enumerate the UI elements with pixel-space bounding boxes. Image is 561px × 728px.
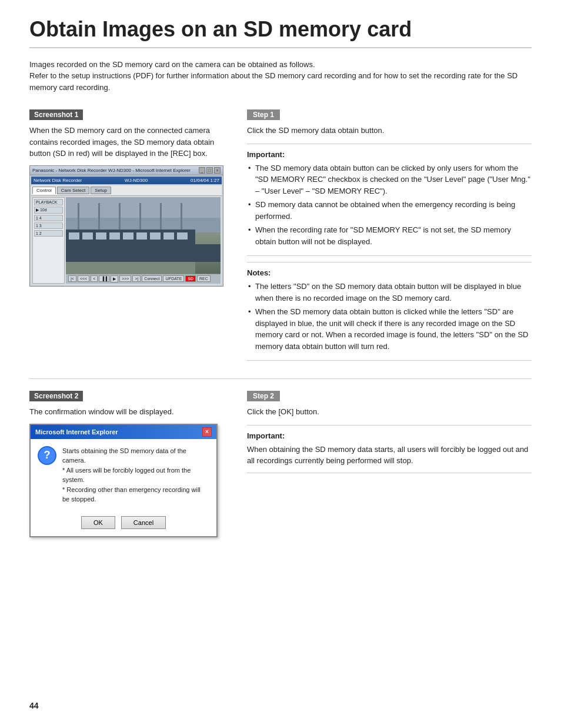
dialog-question-icon: ? (38, 446, 56, 465)
svg-rect-12 (109, 232, 120, 240)
step1-important-box: Important: The SD memory data obtain but… (247, 144, 532, 257)
ctrl-play[interactable]: ▶ (111, 275, 118, 282)
step1-notes-box: Notes: The letters "SD" on the SD memory… (247, 262, 532, 361)
intro-text: Images recorded on the SD memory card on… (29, 59, 532, 94)
step2-important-text: When obtaining the SD memory data starts… (247, 444, 532, 467)
timestamp: 01/04/04 1:27 (191, 178, 219, 183)
step2-label: Step 2 (247, 391, 280, 401)
sidebar-item-3: 1 3 (34, 222, 63, 229)
step2-important-title: Important: (247, 431, 532, 440)
maximize-btn[interactable]: □ (206, 167, 213, 174)
intro-line1: Images recorded on the SD memory card on… (29, 59, 532, 71)
step2-important-box: Important: When obtaining the SD memory … (247, 425, 532, 473)
ctrl-pause[interactable]: ▐▐ (99, 275, 109, 282)
ctrl-connect[interactable]: Connect (142, 275, 162, 282)
important-item-1: The SD memory data obtain button can be … (247, 162, 532, 197)
sidebar-item-4: 1 2 (34, 230, 63, 237)
dialog-titlebar: Microsoft Internet Explorer × (31, 425, 216, 439)
step1-important-list: The SD memory data obtain button can be … (247, 162, 532, 248)
browser-window: Panasonic - Network Disk Recorder WJ-ND3… (29, 165, 223, 287)
svg-rect-18 (66, 256, 195, 274)
screenshot1-description: When the SD memory card on the connected… (29, 125, 229, 159)
app-header: Network Disk Recorder WJ-ND300 01/04/04 … (31, 177, 222, 184)
step1-right: Step 1 Click the SD memory data obtain b… (247, 109, 532, 361)
screenshot2-label: Screenshot 2 (29, 391, 83, 401)
svg-rect-10 (82, 232, 93, 240)
svg-rect-19 (66, 256, 195, 258)
ctrl-rew[interactable]: < (91, 275, 98, 282)
important-item-2: SD memory data cannot be obtained when t… (247, 199, 532, 222)
ctrl-sd-button[interactable]: SD (185, 275, 196, 282)
note-item-1: The letters "SD" on the SD memory data o… (247, 281, 532, 304)
intro-line2: Refer to the setup instructions (PDF) fo… (29, 70, 532, 93)
step1-important-title: Important: (247, 150, 532, 159)
dialog-body: ? Starts obtaining the SD memory data of… (31, 439, 216, 511)
screenshot2-description: The confirmation window will be displaye… (29, 406, 229, 418)
svg-rect-9 (69, 232, 79, 240)
browser-close-buttons: _ □ × (199, 167, 221, 174)
screenshot1-section: Screenshot 1 When the SD memory card on … (29, 109, 532, 361)
dialog-line1: Starts obtaining the SD memory data of t… (62, 446, 209, 466)
train-scene-image (66, 197, 221, 274)
dialog-ok-button[interactable]: OK (81, 516, 115, 529)
minimize-btn[interactable]: _ (199, 167, 205, 174)
ctrl-skip-start[interactable]: |< (68, 275, 76, 282)
ctrl-update[interactable]: UPDATE (163, 275, 184, 282)
step1-notes-list: The letters "SD" on the SD memory data o… (247, 281, 532, 352)
app-content: PLAYBACK ▶ 10d 1 4 1 3 1 2 (31, 196, 222, 285)
sidebar: PLAYBACK ▶ 10d 1 4 1 3 1 2 (32, 197, 65, 284)
nav-tab-control[interactable]: Control (32, 187, 56, 194)
main-view: |< <<< < ▐▐ ▶ >>> >| Connect UPDATE SD R… (66, 197, 221, 284)
browser-titlebar: Panasonic - Network Disk Recorder WJ-ND3… (30, 166, 223, 175)
dialog-title-text: Microsoft Internet Explorer (35, 428, 118, 436)
train-scene-svg (66, 197, 221, 274)
browser-title-text: Panasonic - Network Disk Recorder WJ-ND3… (32, 168, 191, 173)
ctrl-rew-fast[interactable]: <<< (78, 275, 89, 282)
ctrl-ff[interactable]: >>> (119, 275, 131, 282)
ctrl-rec[interactable]: REC (197, 275, 211, 282)
browser-body: Network Disk Recorder WJ-ND300 01/04/04 … (30, 175, 223, 286)
dialog-cancel-button[interactable]: Cancel (121, 516, 166, 529)
dialog-line2: * All users will be forcibly logged out … (62, 466, 209, 485)
app-title: Network Disk Recorder (34, 178, 82, 183)
dialog-buttons: OK Cancel (31, 511, 216, 536)
section-divider (29, 378, 532, 379)
svg-rect-17 (177, 232, 188, 240)
controls-bar: |< <<< < ▐▐ ▶ >>> >| Connect UPDATE SD R… (66, 274, 221, 284)
step2-right: Step 2 Click the [OK] button. Important:… (247, 391, 532, 473)
screenshot2-section: Screenshot 2 The confirmation window wil… (29, 391, 532, 537)
svg-rect-11 (96, 232, 106, 240)
dialog-message: Starts obtaining the SD memory data of t… (62, 446, 209, 504)
nav-tab-setup[interactable]: Setup (91, 187, 111, 194)
svg-rect-14 (136, 232, 147, 240)
screenshot1-left: Screenshot 1 When the SD memory card on … (29, 109, 229, 287)
note-item-2: When the SD memory data obtain button is… (247, 306, 532, 352)
svg-rect-1 (66, 197, 221, 218)
svg-rect-15 (150, 232, 161, 240)
step1-label: Step 1 (247, 109, 280, 120)
screenshot2-left: Screenshot 2 The confirmation window wil… (29, 391, 229, 537)
svg-rect-13 (123, 232, 133, 240)
page-number: 44 (29, 701, 39, 710)
step1-notes-title: Notes: (247, 268, 532, 277)
app-model: WJ-ND300 (125, 178, 148, 183)
sidebar-item-2: 1 4 (34, 215, 63, 221)
page-title: Obtain Images on an SD memory card (29, 18, 532, 48)
nav-tab-camselect[interactable]: Cam Select (57, 187, 89, 194)
sidebar-item-1: ▶ 10d (34, 207, 63, 214)
step2-text: Click the [OK] button. (247, 406, 532, 418)
step1-text: Click the SD memory data obtain button. (247, 125, 532, 137)
sidebar-playback: PLAYBACK (34, 199, 63, 205)
important-item-3: When the recording rate for "SD MEMORY R… (247, 224, 532, 247)
screenshot1-label: Screenshot 1 (29, 109, 83, 120)
app-nav: Control Cam Select Setup (31, 185, 222, 196)
dialog-line3: * Recording other than emergency recordi… (62, 485, 209, 504)
close-btn[interactable]: × (214, 167, 221, 174)
svg-rect-16 (163, 232, 174, 240)
dialog-mockup: Microsoft Internet Explorer × ? Starts o… (29, 424, 218, 537)
ctrl-skip-end[interactable]: >| (132, 275, 141, 282)
dialog-close-button[interactable]: × (202, 427, 212, 437)
